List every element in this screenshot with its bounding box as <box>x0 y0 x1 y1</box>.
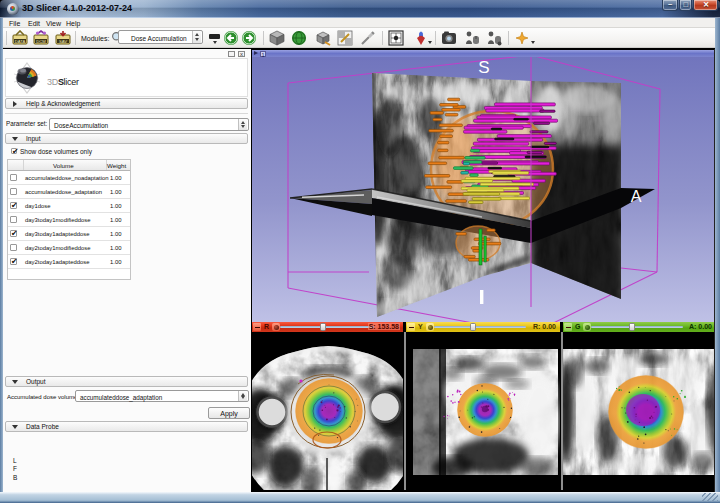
svg-text:DATA: DATA <box>15 39 26 44</box>
svg-text:SAV: SAV <box>59 39 67 44</box>
svg-text:A: A <box>631 188 642 205</box>
svg-text:S: S <box>478 58 489 77</box>
svg-text:DCM: DCM <box>36 39 46 44</box>
